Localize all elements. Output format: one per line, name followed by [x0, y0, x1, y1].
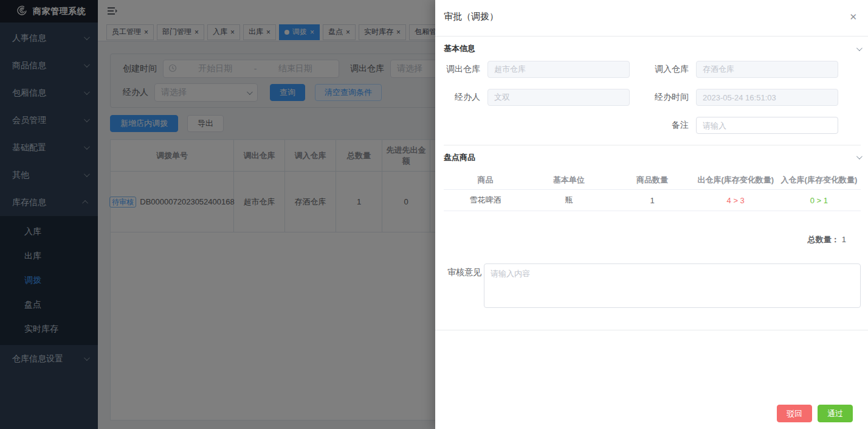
goods-qty-cell: 1	[610, 190, 694, 211]
total-line: 总数量：1	[444, 234, 861, 245]
footer-divider	[435, 330, 868, 330]
review-textarea[interactable]	[484, 263, 861, 308]
goods-col-qty: 商品数量	[610, 170, 694, 189]
operator-label: 经办人	[444, 92, 487, 103]
goods-col-name: 商品	[444, 170, 527, 189]
basic-info-section-bar[interactable]: 基本信息	[444, 37, 861, 61]
chevron-down-icon	[856, 45, 863, 51]
goods-col-unit: 基本单位	[527, 170, 610, 189]
drawer-header: 审批（调拨） ✕	[435, 0, 868, 37]
in-warehouse-input	[696, 61, 838, 78]
review-label: 审核意见	[444, 263, 484, 308]
reject-button[interactable]: 驳回	[777, 405, 812, 422]
goods-name-cell: 雪花啤酒	[444, 190, 527, 211]
goods-out-change-cell: 4 > 3	[694, 190, 777, 211]
goods-unit-cell: 瓶	[527, 190, 610, 211]
total-value: 1	[842, 235, 846, 244]
out-warehouse-input	[487, 61, 630, 78]
operate-time-label: 经办时间	[652, 92, 696, 103]
goods-col-out-change: 出仓库(库存变化数量)	[694, 170, 777, 189]
goods-table: 商品 基本单位 商品数量 出仓库(库存变化数量) 入仓库(库存变化数量) 雪花啤…	[444, 170, 861, 211]
operate-time-input	[696, 89, 838, 106]
chevron-down-icon	[856, 153, 863, 159]
remark-input[interactable]	[696, 117, 838, 134]
close-icon[interactable]: ✕	[847, 11, 859, 23]
goods-table-row: 雪花啤酒 瓶 1 4 > 3 0 > 1	[444, 190, 861, 211]
approval-drawer: 审批（调拨） ✕ 基本信息 调出仓库 调入仓库 经办人	[435, 0, 868, 429]
review-row: 审核意见	[444, 263, 861, 308]
drawer-footer: 驳回 通过	[777, 405, 868, 429]
goods-in-change-cell: 0 > 1	[777, 190, 861, 211]
goods-section-title: 盘点商品	[444, 152, 475, 163]
out-warehouse-label: 调出仓库	[444, 64, 487, 75]
in-warehouse-label: 调入仓库	[652, 64, 696, 75]
remark-label: 备注	[652, 120, 696, 131]
goods-section-bar[interactable]: 盘点商品	[444, 145, 861, 169]
drawer-body: 基本信息 调出仓库 调入仓库 经办人 经办时间	[435, 37, 868, 330]
total-label: 总数量：	[808, 235, 839, 244]
operator-input	[487, 89, 630, 106]
app-root: 商家管理系统 人事信息 商品信息 包厢信息 会员管理 基础配置 其他 库存信息	[0, 0, 868, 429]
goods-table-header: 商品 基本单位 商品数量 出仓库(库存变化数量) 入仓库(库存变化数量)	[444, 170, 861, 190]
basic-info-title: 基本信息	[444, 43, 475, 54]
goods-col-in-change: 入仓库(库存变化数量)	[777, 170, 861, 189]
approve-button[interactable]: 通过	[818, 405, 853, 422]
drawer-title: 审批（调拨）	[444, 11, 498, 23]
